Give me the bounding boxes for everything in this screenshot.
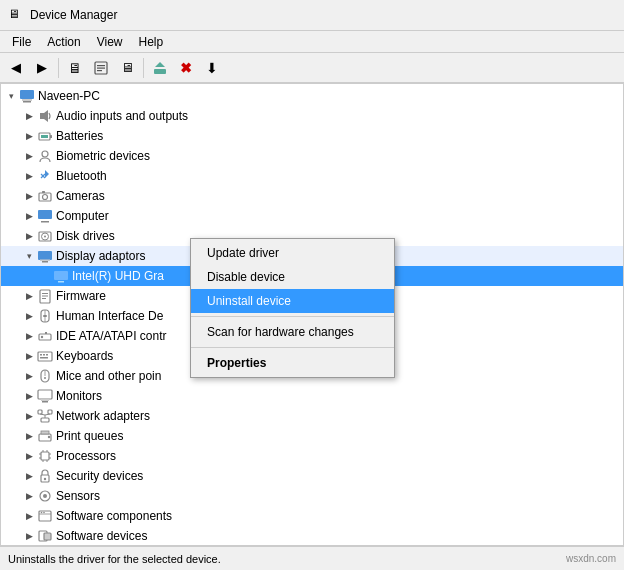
tree-item-softwaredevices[interactable]: ▶ Software devices: [1, 526, 623, 546]
tree-item-softwarecomponents[interactable]: ▶ Software components: [1, 506, 623, 526]
softwarecomponents-icon: [37, 508, 53, 524]
tree-root-node[interactable]: ▾ Naveen-PC: [1, 86, 623, 106]
uninstall-button[interactable]: ✖: [174, 56, 198, 80]
computer-button[interactable]: 🖥: [63, 56, 87, 80]
svg-rect-3: [97, 70, 102, 71]
intel-uhd-icon: [53, 268, 69, 284]
svg-rect-77: [44, 533, 51, 540]
context-menu-sep-2: [191, 347, 394, 348]
back-button[interactable]: ◀: [4, 56, 28, 80]
svg-point-17: [43, 195, 48, 200]
svg-rect-40: [40, 354, 42, 356]
svg-rect-19: [38, 210, 52, 219]
svg-rect-42: [46, 354, 48, 356]
tree-item-computer[interactable]: ▶ Computer: [1, 206, 623, 226]
svg-point-58: [48, 436, 50, 438]
computer-node-icon: [37, 208, 53, 224]
tree-item-biometric[interactable]: ▶ Biometric devices: [1, 146, 623, 166]
svg-rect-39: [38, 352, 52, 361]
context-menu: Update driver Disable device Uninstall d…: [190, 238, 395, 378]
bluetooth-chevron: ▶: [21, 168, 37, 184]
tree-item-batteries[interactable]: ▶ Batteries: [1, 126, 623, 146]
cameras-label: Cameras: [56, 189, 623, 203]
tree-item-processors[interactable]: ▶ Processors: [1, 446, 623, 466]
tree-item-sensors[interactable]: ▶ Sensors: [1, 486, 623, 506]
tree-item-monitors[interactable]: ▶ Monitors: [1, 386, 623, 406]
status-text: Uninstalls the driver for the selected d…: [8, 553, 566, 565]
security-chevron: ▶: [21, 468, 37, 484]
tree-item-network[interactable]: ▶ Network adapters: [1, 406, 623, 426]
svg-point-74: [41, 512, 43, 514]
ide-chevron: ▶: [21, 328, 37, 344]
properties-button[interactable]: [89, 56, 113, 80]
menu-action[interactable]: Action: [39, 33, 88, 51]
cameras-chevron: ▶: [21, 188, 37, 204]
context-menu-uninstall-device[interactable]: Uninstall device: [191, 289, 394, 313]
svg-rect-57: [41, 431, 49, 434]
main-area: ▾ Naveen-PC ▶ Audio inputs and outputs ▶…: [0, 83, 624, 546]
printqueues-chevron: ▶: [21, 428, 37, 444]
displayadaptors-chevron: ▾: [21, 248, 37, 264]
audio-icon: [37, 108, 53, 124]
audio-chevron: ▶: [21, 108, 37, 124]
svg-rect-50: [41, 418, 49, 422]
sensors-label: Sensors: [56, 489, 623, 503]
svg-rect-4: [154, 69, 166, 74]
firmware-icon: [37, 288, 53, 304]
svg-rect-25: [42, 261, 48, 263]
keyboards-icon: [37, 348, 53, 364]
context-menu-scan-hardware[interactable]: Scan for hardware changes: [191, 320, 394, 344]
context-menu-properties[interactable]: Properties: [191, 351, 394, 375]
intel-chevron: [37, 268, 53, 284]
svg-rect-1: [97, 65, 105, 66]
tree-item-printqueues[interactable]: ▶ Print queues: [1, 426, 623, 446]
tree-item-bluetooth[interactable]: ▶ Bluetooth: [1, 166, 623, 186]
security-label: Security devices: [56, 469, 623, 483]
svg-line-54: [40, 414, 45, 415]
processors-label: Processors: [56, 449, 623, 463]
mice-chevron: ▶: [21, 368, 37, 384]
bluetooth-label: Bluetooth: [56, 169, 623, 183]
svg-marker-9: [40, 110, 48, 122]
context-menu-disable-device[interactable]: Disable device: [191, 265, 394, 289]
context-menu-sep-1: [191, 316, 394, 317]
batteries-chevron: ▶: [21, 128, 37, 144]
svg-rect-36: [39, 334, 51, 340]
menu-bar: File Action View Help: [0, 31, 624, 53]
tree-item-cameras[interactable]: ▶ Cameras: [1, 186, 623, 206]
scan-button[interactable]: ⬇: [200, 56, 224, 80]
hid-icon: [37, 308, 53, 324]
context-menu-update-driver[interactable]: Update driver: [191, 241, 394, 265]
svg-point-75: [43, 512, 45, 514]
svg-rect-27: [54, 271, 68, 280]
biometric-chevron: ▶: [21, 148, 37, 164]
monitor-button[interactable]: 🖥: [115, 56, 139, 80]
printqueues-icon: [37, 428, 53, 444]
tree-root-label: Naveen-PC: [38, 89, 623, 103]
tree-item-audio[interactable]: ▶ Audio inputs and outputs: [1, 106, 623, 126]
firmware-chevron: ▶: [21, 288, 37, 304]
processors-icon: [37, 448, 53, 464]
svg-rect-20: [41, 221, 49, 223]
svg-marker-5: [155, 62, 165, 67]
menu-help[interactable]: Help: [131, 33, 172, 51]
displayadaptors-icon: [37, 248, 53, 264]
svg-rect-41: [43, 354, 45, 356]
forward-button[interactable]: ▶: [30, 56, 54, 80]
status-bar: Uninstalls the driver for the selected d…: [0, 546, 624, 570]
svg-rect-38: [45, 332, 47, 334]
svg-rect-59: [41, 452, 49, 460]
monitors-icon: [37, 388, 53, 404]
update-driver-button[interactable]: [148, 56, 172, 80]
tree-item-security[interactable]: ▶ Security devices: [1, 466, 623, 486]
security-icon: [37, 468, 53, 484]
computer-icon: [19, 88, 35, 104]
computer-chevron: ▶: [21, 208, 37, 224]
svg-rect-48: [42, 401, 48, 403]
menu-file[interactable]: File: [4, 33, 39, 51]
intel-uhd-label: Intel(R) UHD Gra: [72, 269, 172, 283]
svg-rect-8: [22, 99, 32, 101]
menu-view[interactable]: View: [89, 33, 131, 51]
svg-rect-6: [20, 90, 34, 99]
printqueues-label: Print queues: [56, 429, 623, 443]
